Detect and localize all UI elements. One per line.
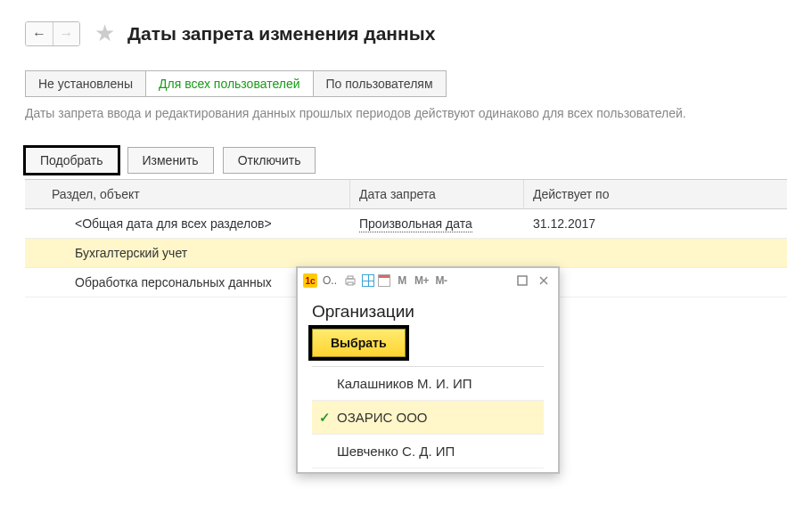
pick-button[interactable]: Подобрать bbox=[25, 147, 119, 174]
cell-effective bbox=[524, 268, 787, 297]
nav-buttons: ← → bbox=[25, 21, 80, 46]
tab-not-set[interactable]: Не установлены bbox=[25, 70, 146, 97]
toolbar: Подобрать Изменить Отключить bbox=[25, 147, 787, 174]
mode-tabs: Не установлены Для всех пользователей По… bbox=[25, 70, 787, 97]
edit-button[interactable]: Изменить bbox=[127, 147, 214, 174]
calc-mminus-icon[interactable]: M- bbox=[433, 273, 449, 289]
table-row[interactable]: <Общая дата для всех разделов> Произволь… bbox=[25, 209, 787, 239]
cell-section: <Общая дата для всех разделов> bbox=[25, 209, 350, 238]
svg-rect-3 bbox=[518, 276, 527, 285]
check-icon: ✓ bbox=[319, 410, 331, 426]
organizations-list: Калашников М. И. ИП ✓ ОЗАРИС ООО Шевченк… bbox=[312, 366, 544, 468]
tab-all-users[interactable]: Для всех пользователей bbox=[146, 70, 313, 97]
favorite-star-icon[interactable]: ★ bbox=[94, 20, 115, 47]
dialog-heading: Организации bbox=[312, 302, 544, 322]
page-title: Даты запрета изменения данных bbox=[127, 23, 435, 45]
dialog-titlebar[interactable]: 1c О.. M M+ M- bbox=[298, 268, 558, 293]
maximize-button[interactable] bbox=[513, 273, 531, 289]
list-item[interactable]: ✓ ОЗАРИС ООО bbox=[312, 401, 544, 435]
grid-icon[interactable] bbox=[362, 274, 374, 287]
list-item-label: Шевченко С. Д. ИП bbox=[337, 444, 455, 459]
calendar-icon[interactable] bbox=[378, 274, 390, 287]
table-row[interactable]: Бухгалтерский учет bbox=[25, 239, 787, 268]
forward-button[interactable]: → bbox=[53, 22, 79, 45]
print-icon[interactable] bbox=[342, 273, 358, 289]
calc-mplus-icon[interactable]: M+ bbox=[414, 273, 430, 289]
calc-m-icon[interactable]: M bbox=[394, 273, 410, 289]
cell-ban-date: Произвольная дата bbox=[350, 209, 524, 238]
table-header: Раздел, объект Дата запрета Действует по bbox=[25, 180, 787, 209]
close-button[interactable] bbox=[535, 273, 553, 289]
cell-effective bbox=[524, 239, 787, 267]
list-item[interactable]: Шевченко С. Д. ИП bbox=[312, 435, 544, 468]
svg-rect-2 bbox=[348, 282, 353, 285]
col-section: Раздел, объект bbox=[25, 180, 350, 208]
list-item-label: ОЗАРИС ООО bbox=[337, 410, 428, 425]
tab-by-users[interactable]: По пользователям bbox=[314, 70, 447, 97]
cell-effective: 31.12.2017 bbox=[524, 209, 787, 238]
dialog-short-title: О.. bbox=[323, 274, 337, 287]
arrow-right-icon: → bbox=[60, 26, 74, 42]
col-ban-date: Дата запрета bbox=[350, 180, 524, 208]
list-item[interactable]: Калашников М. И. ИП bbox=[312, 367, 544, 401]
description-text: Даты запрета ввода и редактирования данн… bbox=[25, 106, 787, 120]
disable-button[interactable]: Отключить bbox=[223, 147, 316, 174]
arrow-left-icon: ← bbox=[32, 26, 46, 42]
organizations-dialog: 1c О.. M M+ M- Организации Выбрать Калаш… bbox=[296, 266, 560, 474]
ban-date-link[interactable]: Произвольная дата bbox=[359, 216, 472, 232]
select-button[interactable]: Выбрать bbox=[312, 329, 406, 357]
col-effective: Действует по bbox=[524, 180, 787, 208]
svg-rect-1 bbox=[348, 276, 353, 279]
app-1c-icon: 1c bbox=[303, 273, 317, 288]
cell-ban-date bbox=[350, 239, 524, 267]
cell-section: Бухгалтерский учет bbox=[25, 239, 350, 267]
list-item-label: Калашников М. И. ИП bbox=[337, 376, 472, 391]
back-button[interactable]: ← bbox=[26, 22, 53, 45]
